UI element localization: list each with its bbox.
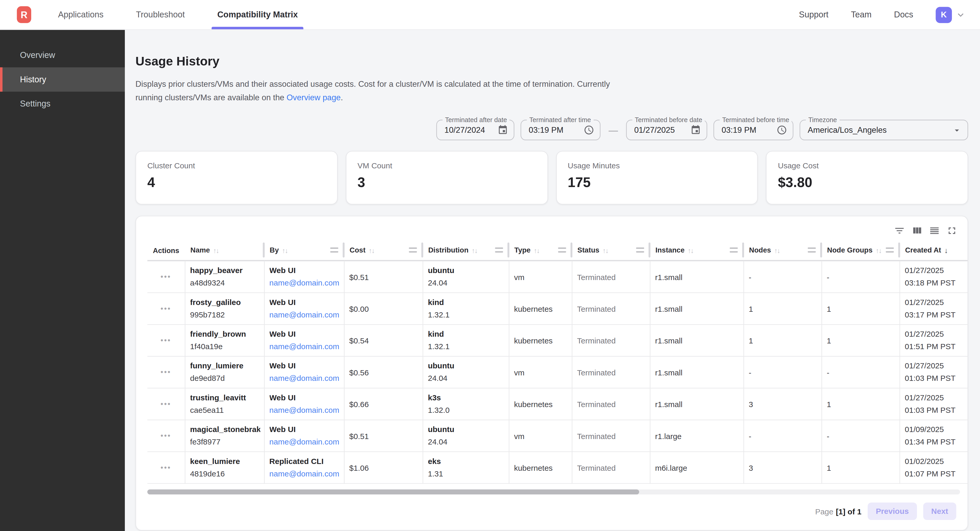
nav-docs-link[interactable]: Docs xyxy=(894,10,913,19)
nav-team-link[interactable]: Team xyxy=(851,10,872,19)
stat-value: 175 xyxy=(568,174,746,191)
col-label: Actions xyxy=(153,247,179,254)
replicated-logo[interactable]: R xyxy=(17,6,31,23)
created-by-email-link[interactable]: name@domain.com xyxy=(269,342,340,351)
sidebar-item-settings[interactable]: Settings xyxy=(0,92,125,116)
col-header-name[interactable]: Name xyxy=(185,240,264,261)
nodes-value: 3 xyxy=(749,463,753,472)
ellipsis-icon xyxy=(161,463,171,472)
timezone-select[interactable]: Timezone America/Los_Angeles xyxy=(800,120,968,140)
created-by-email-link[interactable]: name@domain.com xyxy=(269,469,340,478)
account-menu[interactable]: K xyxy=(936,6,966,22)
cost-value: $0.00 xyxy=(349,304,369,313)
row-actions-button[interactable] xyxy=(157,461,175,473)
created-by-email-link[interactable]: name@domain.com xyxy=(269,406,340,414)
created-at-date: 01/09/2025 xyxy=(905,425,967,434)
cost-value: $0.51 xyxy=(349,273,369,282)
tab-applications[interactable]: Applications xyxy=(52,0,109,29)
row-actions-button[interactable] xyxy=(157,334,175,346)
sort-icon xyxy=(774,244,780,256)
filter-icon[interactable] xyxy=(891,223,907,239)
column-resize-handle[interactable] xyxy=(330,247,338,252)
fullscreen-icon[interactable] xyxy=(944,223,960,239)
distribution-version: 1.32.0 xyxy=(428,406,504,414)
calendar-icon[interactable] xyxy=(498,125,508,135)
terminated-before-date-field[interactable]: Terminated before date 01/27/2025 xyxy=(626,120,707,140)
usage-history-table: Actions Name By Cost Distribution Type S… xyxy=(147,240,967,483)
created-by-email-link[interactable]: name@domain.com xyxy=(269,437,340,446)
col-header-cost[interactable]: Cost xyxy=(344,240,422,261)
row-actions-button[interactable] xyxy=(157,430,175,442)
col-header-distribution[interactable]: Distribution xyxy=(423,240,509,261)
created-by-email-link[interactable]: name@domain.com xyxy=(269,374,340,383)
col-label: Type xyxy=(514,246,531,254)
type-value: vm xyxy=(514,432,524,441)
col-header-node-groups[interactable]: Node Groups xyxy=(821,240,899,261)
col-header-by[interactable]: By xyxy=(264,240,344,261)
created-at-time: 01:51 PM PST xyxy=(905,342,967,351)
column-resize-handle[interactable] xyxy=(409,247,417,252)
column-resize-handle[interactable] xyxy=(495,247,503,252)
avatar[interactable]: K xyxy=(936,6,952,22)
created-by-email-link[interactable]: name@domain.com xyxy=(269,279,340,287)
column-resize-handle[interactable] xyxy=(730,247,738,252)
calendar-icon[interactable] xyxy=(690,125,701,135)
node-groups-value: - xyxy=(827,432,829,441)
row-actions-button[interactable] xyxy=(157,271,175,283)
created-at-date: 01/27/2025 xyxy=(905,361,967,370)
nav-support-link[interactable]: Support xyxy=(799,10,829,19)
created-at-time: 01:34 PM PST xyxy=(905,437,967,446)
type-value: kubernetes xyxy=(514,336,552,345)
terminated-after-time-value: 03:19 PM xyxy=(529,125,563,135)
created-by-source: Web UI xyxy=(269,361,340,370)
clock-icon[interactable] xyxy=(584,125,594,135)
overview-page-link[interactable]: Overview page xyxy=(286,92,341,102)
col-header-type[interactable]: Type xyxy=(509,240,572,261)
tab-compatibility-matrix[interactable]: Compatibility Matrix xyxy=(212,0,304,29)
row-actions-button[interactable] xyxy=(157,303,175,314)
sidebar-item-history[interactable]: History xyxy=(0,67,125,92)
distribution-name: k3s xyxy=(428,393,504,402)
col-header-instance[interactable]: Instance xyxy=(650,240,743,261)
col-header-nodes[interactable]: Nodes xyxy=(743,240,821,261)
node-groups-value: 1 xyxy=(827,463,831,472)
stat-value: 3 xyxy=(358,174,536,191)
pagination: Page[1] of 1 Previous Next xyxy=(136,494,967,530)
column-resize-handle[interactable] xyxy=(886,247,894,252)
clock-icon[interactable] xyxy=(776,125,787,135)
sidebar: Overview History Settings xyxy=(0,30,125,531)
ellipsis-icon xyxy=(161,335,171,345)
terminated-after-time-field[interactable]: Terminated after time 03:19 PM xyxy=(521,120,601,140)
instance-value: m6i.large xyxy=(655,463,687,472)
col-header-status[interactable]: Status xyxy=(572,240,650,261)
density-icon[interactable] xyxy=(926,223,943,239)
col-label: Cost xyxy=(350,246,366,254)
cost-value: $1.06 xyxy=(349,463,369,472)
terminated-before-time-field[interactable]: Terminated before time 03:19 PM xyxy=(713,120,793,140)
table-header-row: Actions Name By Cost Distribution Type S… xyxy=(147,240,967,261)
stat-label: Usage Minutes xyxy=(568,162,746,170)
next-page-button[interactable]: Next xyxy=(923,502,956,520)
cost-value: $0.51 xyxy=(349,432,369,441)
scrollbar-thumb[interactable] xyxy=(147,489,639,494)
column-resize-handle[interactable] xyxy=(636,247,644,252)
sidebar-item-overview[interactable]: Overview xyxy=(0,43,125,68)
cost-value: $0.54 xyxy=(349,336,369,345)
created-at-date: 01/02/2025 xyxy=(905,457,967,466)
col-header-created-at[interactable]: Created At xyxy=(899,240,967,261)
tab-troubleshoot[interactable]: Troubleshoot xyxy=(130,0,190,29)
previous-page-button[interactable]: Previous xyxy=(868,502,917,520)
row-actions-button[interactable] xyxy=(157,398,175,410)
instance-value: r1.large xyxy=(655,432,682,441)
column-resize-handle[interactable] xyxy=(808,247,816,252)
terminated-after-date-field[interactable]: Terminated after date 10/27/2024 xyxy=(436,120,514,140)
type-value: kubernetes xyxy=(514,304,552,313)
column-resize-handle[interactable] xyxy=(558,247,566,252)
row-actions-button[interactable] xyxy=(157,366,175,378)
col-label: Distribution xyxy=(428,246,468,254)
created-by-source: Web UI xyxy=(269,425,340,434)
horizontal-scrollbar[interactable] xyxy=(147,489,960,494)
created-by-email-link[interactable]: name@domain.com xyxy=(269,310,340,319)
columns-icon[interactable] xyxy=(909,223,925,239)
status-value: Terminated xyxy=(577,368,616,377)
